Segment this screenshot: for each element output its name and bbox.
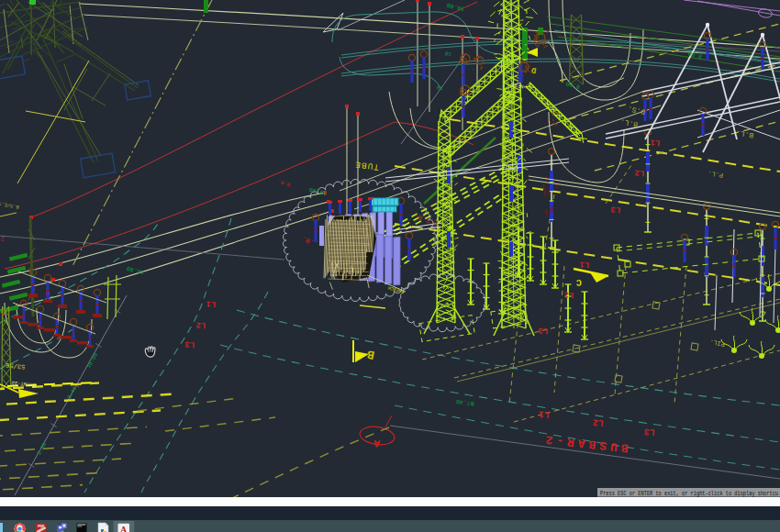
svg-text:A: A — [120, 525, 128, 532]
svg-text:Press ESC or ENTER to exit, or: Press ESC or ENTER to exit, or right-cli… — [600, 491, 778, 497]
svg-text:L3: L3 — [610, 205, 620, 215]
svg-text:L1: L1 — [206, 299, 217, 309]
svg-text:2: 2 — [0, 235, 5, 242]
svg-text:C: C — [576, 277, 583, 287]
svg-text:L2: L2 — [634, 168, 644, 178]
svg-text:L1: L1 — [650, 138, 661, 148]
svg-text:L3: L3 — [538, 326, 548, 336]
svg-text:L1: L1 — [579, 260, 590, 270]
svg-text:L2: L2 — [195, 320, 206, 330]
svg-text:L2: L2 — [563, 290, 574, 300]
svg-text:L3: L3 — [643, 427, 655, 438]
svg-text:7: 7 — [1, 308, 6, 316]
svg-text:L1: L1 — [538, 409, 550, 420]
svg-text:L3: L3 — [184, 339, 195, 349]
svg-text:L2: L2 — [592, 417, 604, 428]
